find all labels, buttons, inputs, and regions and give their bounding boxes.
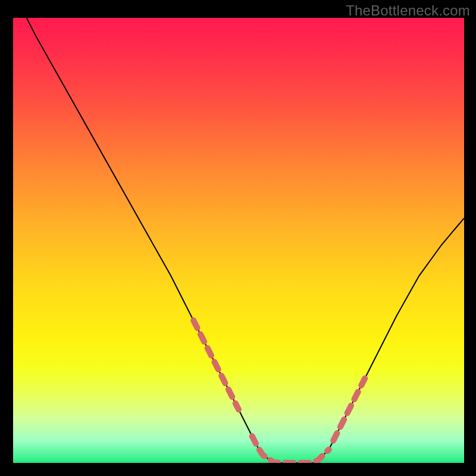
bottleneck-curve-path — [27, 18, 464, 463]
overlay-segment-left — [193, 321, 239, 410]
watermark-text: TheBottleneck.com — [346, 2, 470, 19]
overlay-segment-middle — [252, 436, 329, 463]
chart-container: TheBottleneck.com — [0, 0, 476, 476]
plot-area — [13, 18, 464, 463]
curve-svg — [13, 18, 464, 463]
overlay-segment-right — [333, 378, 365, 441]
